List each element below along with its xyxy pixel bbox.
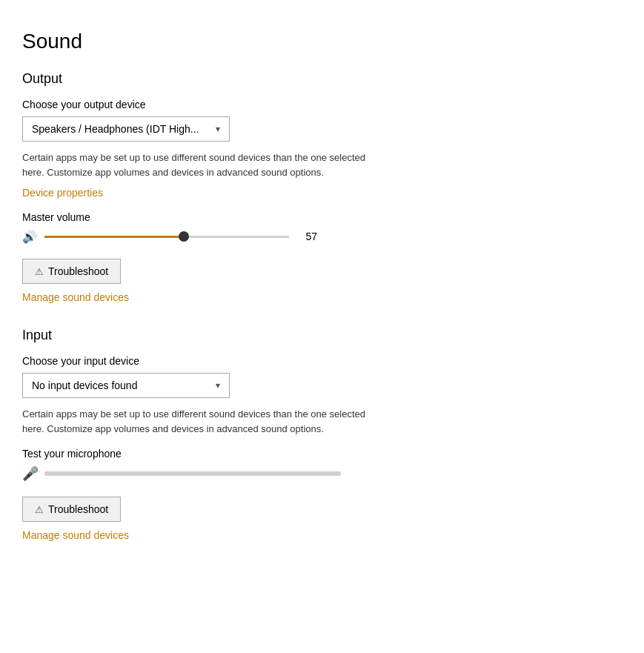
volume-track [44, 236, 289, 238]
volume-fill [44, 236, 184, 238]
output-section: Output Choose your output device Speaker… [22, 71, 622, 304]
input-info-text: Certain apps may be set up to use differ… [22, 407, 378, 436]
output-section-title: Output [22, 71, 622, 87]
input-manage-sound-devices-link[interactable]: Manage sound devices [22, 529, 129, 541]
chevron-down-icon-input: ▾ [216, 380, 220, 391]
input-section-title: Input [22, 328, 622, 343]
input-section: Input Choose your input device No input … [22, 328, 622, 542]
input-device-label: Choose your input device [22, 355, 622, 367]
volume-row: 🔊 57 [22, 229, 622, 244]
speaker-icon: 🔊 [22, 230, 37, 244]
output-device-dropdown[interactable]: Speakers / Headphones (IDT High... ▾ [22, 116, 230, 142]
warning-icon-input: ⚠ [35, 504, 44, 515]
mic-row: 🎤 [22, 465, 622, 482]
mic-level-bar [44, 471, 341, 476]
output-troubleshoot-label: Troubleshoot [48, 265, 108, 277]
input-troubleshoot-button[interactable]: ⚠ Troubleshoot [22, 497, 121, 522]
output-info-text: Certain apps may be set up to use differ… [22, 150, 378, 179]
output-troubleshoot-button[interactable]: ⚠ Troubleshoot [22, 259, 121, 284]
volume-thumb[interactable] [179, 231, 189, 242]
volume-value: 57 [296, 231, 317, 242]
volume-slider[interactable] [44, 229, 289, 244]
master-volume-label: Master volume [22, 211, 622, 223]
device-properties-link[interactable]: Device properties [22, 187, 103, 199]
output-device-value: Speakers / Headphones (IDT High... [32, 123, 199, 135]
input-troubleshoot-label: Troubleshoot [48, 503, 108, 515]
test-microphone-label: Test your microphone [22, 448, 622, 460]
output-device-label: Choose your output device [22, 99, 622, 110]
input-device-dropdown[interactable]: No input devices found ▾ [22, 373, 230, 398]
chevron-down-icon: ▾ [216, 124, 220, 134]
input-device-value: No input devices found [32, 379, 137, 391]
microphone-icon: 🎤 [22, 465, 39, 482]
page-title: Sound [22, 30, 622, 53]
warning-icon: ⚠ [35, 266, 44, 277]
output-manage-sound-devices-link[interactable]: Manage sound devices [22, 291, 129, 303]
